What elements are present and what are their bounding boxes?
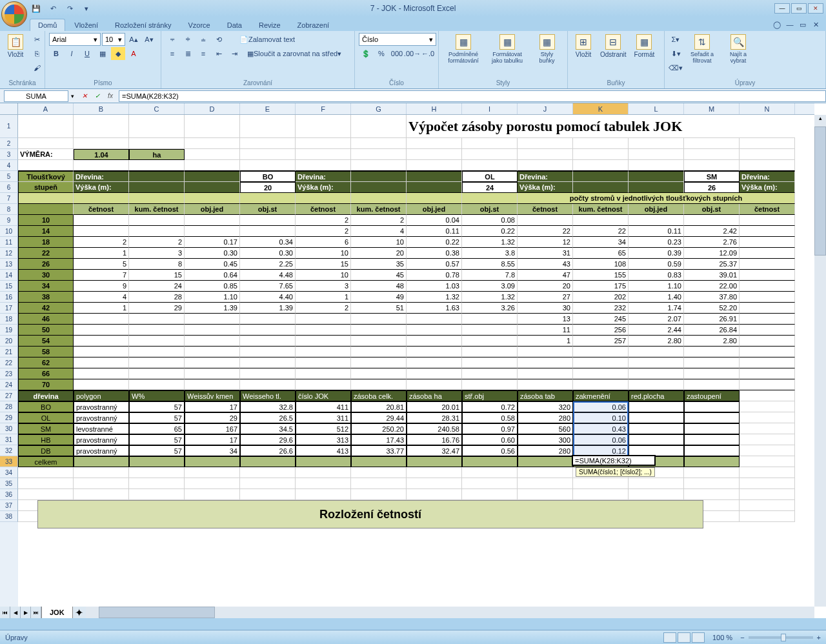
cell[interactable]: 15 xyxy=(296,259,351,270)
row-header-9[interactable]: 9 xyxy=(0,215,18,226)
undo-icon[interactable]: ↶ xyxy=(46,2,59,15)
cell[interactable]: 48 xyxy=(351,281,407,292)
zoom-in-button[interactable]: + xyxy=(817,634,821,641)
underline-button[interactable]: U xyxy=(80,47,94,60)
cell[interactable] xyxy=(740,401,795,412)
col-header-L[interactable]: L xyxy=(629,103,684,114)
cell[interactable] xyxy=(518,160,573,171)
cell[interactable] xyxy=(740,314,795,325)
cell[interactable] xyxy=(740,325,795,336)
cell[interactable] xyxy=(185,357,240,368)
cell[interactable]: 4.40 xyxy=(240,292,296,303)
summary-val[interactable]: 32.47 xyxy=(407,445,462,456)
cell[interactable]: 26.91 xyxy=(684,314,740,325)
summary-val[interactable]: 26.6 xyxy=(240,445,296,456)
summary-val[interactable]: 413 xyxy=(296,445,351,456)
row-header-7[interactable]: 7 xyxy=(0,193,18,204)
summary-val[interactable]: 411 xyxy=(296,401,351,412)
cell[interactable] xyxy=(351,314,407,325)
cell[interactable] xyxy=(129,115,185,138)
cell[interactable] xyxy=(462,379,518,390)
cell[interactable] xyxy=(684,456,740,467)
cell[interactable] xyxy=(407,325,462,336)
cell[interactable]: 4 xyxy=(351,226,407,237)
cell[interactable]: 0.30 xyxy=(185,248,240,259)
cell[interactable] xyxy=(240,357,296,368)
row-header-19[interactable]: 19 xyxy=(0,325,18,336)
col-header-4[interactable]: obj.st xyxy=(240,204,296,215)
align-bottom-icon[interactable]: ⫨ xyxy=(196,33,210,46)
cell[interactable] xyxy=(18,115,74,138)
tk-level[interactable]: 46 xyxy=(18,314,74,325)
summary-val[interactable]: 32.8 xyxy=(240,401,296,412)
summary-header-12[interactable]: zastoupení xyxy=(684,390,740,401)
cell[interactable] xyxy=(740,281,795,292)
redo-icon[interactable]: ↷ xyxy=(63,2,76,15)
tk-level[interactable]: 18 xyxy=(18,237,74,248)
cell[interactable] xyxy=(185,171,240,182)
cell[interactable]: 0.11 xyxy=(629,226,684,237)
cell[interactable]: 1.32 xyxy=(407,292,462,303)
cell[interactable]: Tloušťkový xyxy=(18,171,74,182)
cell[interactable] xyxy=(240,226,296,237)
tk-level[interactable]: 38 xyxy=(18,292,74,303)
tk-level[interactable]: 34 xyxy=(18,281,74,292)
row-header-20[interactable]: 20 xyxy=(0,336,18,347)
cell[interactable]: 65 xyxy=(573,248,629,259)
cell[interactable] xyxy=(129,182,185,193)
cell[interactable] xyxy=(240,325,296,336)
formula-input[interactable]: =SUMA(K28:K32) xyxy=(119,90,826,102)
cell[interactable]: 13 xyxy=(518,314,573,325)
cell[interactable] xyxy=(462,478,518,489)
cell[interactable] xyxy=(740,336,795,347)
cell[interactable] xyxy=(351,347,407,357)
cell[interactable]: 10 xyxy=(296,270,351,281)
cell[interactable] xyxy=(462,368,518,379)
cell[interactable] xyxy=(74,115,129,138)
cell[interactable] xyxy=(296,138,351,149)
cell[interactable] xyxy=(74,357,129,368)
celkem-label[interactable]: celkem xyxy=(18,456,74,467)
cell[interactable]: Dřevina: xyxy=(518,171,573,182)
cell[interactable] xyxy=(129,357,185,368)
cell[interactable] xyxy=(518,215,573,226)
summary-val[interactable]: 0.56 xyxy=(462,445,518,456)
summary-header-7[interactable]: zásoba ha xyxy=(407,390,462,401)
cell[interactable] xyxy=(740,379,795,390)
fx-icon[interactable]: fx xyxy=(105,90,116,102)
cell[interactable] xyxy=(240,193,296,204)
summary-val[interactable]: 0.58 xyxy=(462,412,518,423)
wrap-text-button[interactable]: 📄 Zalamovat text xyxy=(235,33,299,46)
cell[interactable] xyxy=(740,347,795,357)
cell[interactable] xyxy=(129,226,185,237)
col-header-0[interactable] xyxy=(18,204,74,215)
cell[interactable] xyxy=(407,314,462,325)
cell[interactable] xyxy=(185,182,240,193)
cell[interactable] xyxy=(129,336,185,347)
summary-species[interactable]: SM xyxy=(18,423,74,434)
cell[interactable]: Dřevina: xyxy=(296,171,351,182)
cell[interactable]: 0.57 xyxy=(407,259,462,270)
cell[interactable] xyxy=(573,171,629,182)
col-header-9[interactable]: četnost xyxy=(518,204,573,215)
cell[interactable] xyxy=(185,347,240,357)
summary-species[interactable]: OL xyxy=(18,412,74,423)
cell[interactable] xyxy=(351,379,407,390)
row-header-14[interactable]: 14 xyxy=(0,270,18,281)
cell[interactable]: 3.26 xyxy=(462,303,518,314)
cell[interactable]: 1.40 xyxy=(629,292,684,303)
cell[interactable]: 2 xyxy=(296,303,351,314)
summary-val[interactable]: 20.01 xyxy=(407,401,462,412)
cell[interactable] xyxy=(407,171,462,182)
row-header-21[interactable]: 21 xyxy=(0,347,18,357)
cell[interactable] xyxy=(684,368,740,379)
increase-indent-icon[interactable]: ⇥ xyxy=(227,47,241,60)
cell[interactable]: Dřevina: xyxy=(740,171,795,182)
align-left-icon[interactable]: ≡ xyxy=(165,47,179,60)
cell[interactable]: 1.39 xyxy=(240,303,296,314)
cell[interactable] xyxy=(629,412,684,423)
cell[interactable] xyxy=(18,478,74,489)
summary-val[interactable]: 17.43 xyxy=(351,434,407,445)
height-sm[interactable]: 26 xyxy=(684,182,740,193)
cell[interactable] xyxy=(573,347,629,357)
